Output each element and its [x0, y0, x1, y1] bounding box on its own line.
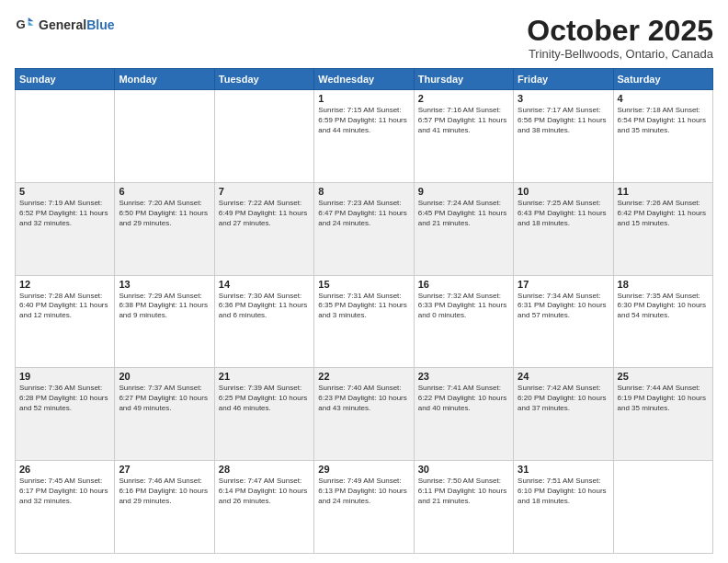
cell-content: Sunrise: 7:41 AM Sunset: 6:22 PM Dayligh…	[418, 384, 509, 413]
header-row: Sunday Monday Tuesday Wednesday Thursday…	[16, 69, 713, 90]
cell-content: Sunrise: 7:49 AM Sunset: 6:13 PM Dayligh…	[318, 477, 409, 506]
calendar-week-4: 19Sunrise: 7:36 AM Sunset: 6:28 PM Dayli…	[16, 368, 713, 461]
col-monday: Monday	[115, 69, 214, 90]
calendar-cell	[613, 461, 712, 554]
day-number: 31	[518, 464, 609, 475]
logo-icon: G	[15, 15, 35, 35]
cell-content: Sunrise: 7:20 AM Sunset: 6:50 PM Dayligh…	[119, 199, 210, 228]
day-number: 21	[219, 371, 310, 382]
day-number: 18	[618, 279, 709, 290]
cell-content: Sunrise: 7:35 AM Sunset: 6:30 PM Dayligh…	[618, 292, 709, 321]
cell-content: Sunrise: 7:25 AM Sunset: 6:43 PM Dayligh…	[518, 199, 609, 228]
day-number: 28	[219, 464, 310, 475]
logo-general: General	[39, 17, 86, 32]
cell-content: Sunrise: 7:28 AM Sunset: 6:40 PM Dayligh…	[19, 292, 110, 321]
calendar-cell: 29Sunrise: 7:49 AM Sunset: 6:13 PM Dayli…	[314, 461, 414, 554]
col-wednesday: Wednesday	[314, 69, 414, 90]
calendar-cell: 5Sunrise: 7:19 AM Sunset: 6:52 PM Daylig…	[16, 182, 115, 275]
day-number: 4	[618, 93, 709, 104]
title-block: October 2025 Trinity-Bellwoods, Ontario,…	[527, 15, 713, 61]
cell-content: Sunrise: 7:15 AM Sunset: 6:59 PM Dayligh…	[318, 106, 409, 135]
calendar-cell: 3Sunrise: 7:17 AM Sunset: 6:56 PM Daylig…	[514, 90, 613, 183]
day-number: 10	[518, 186, 609, 197]
cell-content: Sunrise: 7:40 AM Sunset: 6:23 PM Dayligh…	[318, 384, 409, 413]
day-number: 17	[518, 279, 609, 290]
cell-content: Sunrise: 7:34 AM Sunset: 6:31 PM Dayligh…	[518, 292, 609, 321]
cell-content: Sunrise: 7:42 AM Sunset: 6:20 PM Dayligh…	[518, 384, 609, 413]
day-number: 2	[418, 93, 509, 104]
col-friday: Friday	[514, 69, 613, 90]
calendar-cell: 1Sunrise: 7:15 AM Sunset: 6:59 PM Daylig…	[314, 90, 414, 183]
day-number: 8	[318, 186, 409, 197]
cell-content: Sunrise: 7:37 AM Sunset: 6:27 PM Dayligh…	[119, 384, 210, 413]
day-number: 27	[119, 464, 210, 475]
cell-content: Sunrise: 7:29 AM Sunset: 6:38 PM Dayligh…	[119, 292, 210, 321]
cell-content: Sunrise: 7:18 AM Sunset: 6:54 PM Dayligh…	[618, 106, 709, 135]
calendar-body: 1Sunrise: 7:15 AM Sunset: 6:59 PM Daylig…	[16, 90, 713, 554]
col-sunday: Sunday	[16, 69, 115, 90]
calendar-cell	[115, 90, 214, 183]
day-number: 26	[19, 464, 110, 475]
day-number: 24	[518, 371, 609, 382]
svg-marker-1	[28, 17, 34, 21]
calendar-cell: 14Sunrise: 7:30 AM Sunset: 6:36 PM Dayli…	[214, 275, 313, 368]
calendar-table: Sunday Monday Tuesday Wednesday Thursday…	[15, 68, 713, 554]
day-number: 1	[318, 93, 409, 104]
calendar-cell: 18Sunrise: 7:35 AM Sunset: 6:30 PM Dayli…	[613, 275, 712, 368]
col-thursday: Thursday	[414, 69, 513, 90]
cell-content: Sunrise: 7:46 AM Sunset: 6:16 PM Dayligh…	[119, 477, 210, 506]
calendar-week-5: 26Sunrise: 7:45 AM Sunset: 6:17 PM Dayli…	[16, 461, 713, 554]
calendar-cell	[214, 90, 313, 183]
svg-marker-2	[28, 21, 34, 25]
day-number: 22	[318, 371, 409, 382]
day-number: 3	[518, 93, 609, 104]
day-number: 20	[119, 371, 210, 382]
cell-content: Sunrise: 7:30 AM Sunset: 6:36 PM Dayligh…	[219, 292, 310, 321]
calendar-cell: 26Sunrise: 7:45 AM Sunset: 6:17 PM Dayli…	[16, 461, 115, 554]
calendar-cell: 15Sunrise: 7:31 AM Sunset: 6:35 PM Dayli…	[314, 275, 414, 368]
calendar-cell	[16, 90, 115, 183]
cell-content: Sunrise: 7:36 AM Sunset: 6:28 PM Dayligh…	[19, 384, 110, 413]
svg-text:G: G	[16, 17, 25, 31]
cell-content: Sunrise: 7:16 AM Sunset: 6:57 PM Dayligh…	[418, 106, 509, 135]
day-number: 7	[219, 186, 310, 197]
header: G GeneralBlue October 2025 Trinity-Bellw…	[15, 15, 713, 61]
day-number: 11	[618, 186, 709, 197]
logo: G GeneralBlue	[15, 15, 114, 35]
day-number: 25	[618, 371, 709, 382]
calendar-cell: 10Sunrise: 7:25 AM Sunset: 6:43 PM Dayli…	[514, 182, 613, 275]
day-number: 6	[119, 186, 210, 197]
day-number: 15	[318, 279, 409, 290]
calendar-cell: 23Sunrise: 7:41 AM Sunset: 6:22 PM Dayli…	[414, 368, 513, 461]
calendar-cell: 11Sunrise: 7:26 AM Sunset: 6:42 PM Dayli…	[613, 182, 712, 275]
calendar-week-2: 5Sunrise: 7:19 AM Sunset: 6:52 PM Daylig…	[16, 182, 713, 275]
calendar-week-3: 12Sunrise: 7:28 AM Sunset: 6:40 PM Dayli…	[16, 275, 713, 368]
calendar-cell: 2Sunrise: 7:16 AM Sunset: 6:57 PM Daylig…	[414, 90, 513, 183]
month-title: October 2025	[527, 15, 713, 47]
calendar-cell: 13Sunrise: 7:29 AM Sunset: 6:38 PM Dayli…	[115, 275, 214, 368]
cell-content: Sunrise: 7:39 AM Sunset: 6:25 PM Dayligh…	[219, 384, 310, 413]
day-number: 29	[318, 464, 409, 475]
day-number: 23	[418, 371, 509, 382]
calendar-cell: 27Sunrise: 7:46 AM Sunset: 6:16 PM Dayli…	[115, 461, 214, 554]
cell-content: Sunrise: 7:44 AM Sunset: 6:19 PM Dayligh…	[618, 384, 709, 413]
calendar-cell: 16Sunrise: 7:32 AM Sunset: 6:33 PM Dayli…	[414, 275, 513, 368]
logo-blue: Blue	[86, 17, 114, 32]
cell-content: Sunrise: 7:45 AM Sunset: 6:17 PM Dayligh…	[19, 477, 110, 506]
calendar-cell: 7Sunrise: 7:22 AM Sunset: 6:49 PM Daylig…	[214, 182, 313, 275]
cell-content: Sunrise: 7:17 AM Sunset: 6:56 PM Dayligh…	[518, 106, 609, 135]
col-saturday: Saturday	[613, 69, 712, 90]
cell-content: Sunrise: 7:26 AM Sunset: 6:42 PM Dayligh…	[618, 199, 709, 228]
day-number: 12	[19, 279, 110, 290]
calendar-cell: 21Sunrise: 7:39 AM Sunset: 6:25 PM Dayli…	[214, 368, 313, 461]
calendar-cell: 17Sunrise: 7:34 AM Sunset: 6:31 PM Dayli…	[514, 275, 613, 368]
cell-content: Sunrise: 7:23 AM Sunset: 6:47 PM Dayligh…	[318, 199, 409, 228]
calendar-cell: 20Sunrise: 7:37 AM Sunset: 6:27 PM Dayli…	[115, 368, 214, 461]
calendar-cell: 4Sunrise: 7:18 AM Sunset: 6:54 PM Daylig…	[613, 90, 712, 183]
cell-content: Sunrise: 7:22 AM Sunset: 6:49 PM Dayligh…	[219, 199, 310, 228]
calendar-cell: 19Sunrise: 7:36 AM Sunset: 6:28 PM Dayli…	[16, 368, 115, 461]
cell-content: Sunrise: 7:51 AM Sunset: 6:10 PM Dayligh…	[518, 477, 609, 506]
calendar-cell: 12Sunrise: 7:28 AM Sunset: 6:40 PM Dayli…	[16, 275, 115, 368]
location: Trinity-Bellwoods, Ontario, Canada	[527, 47, 713, 61]
day-number: 16	[418, 279, 509, 290]
